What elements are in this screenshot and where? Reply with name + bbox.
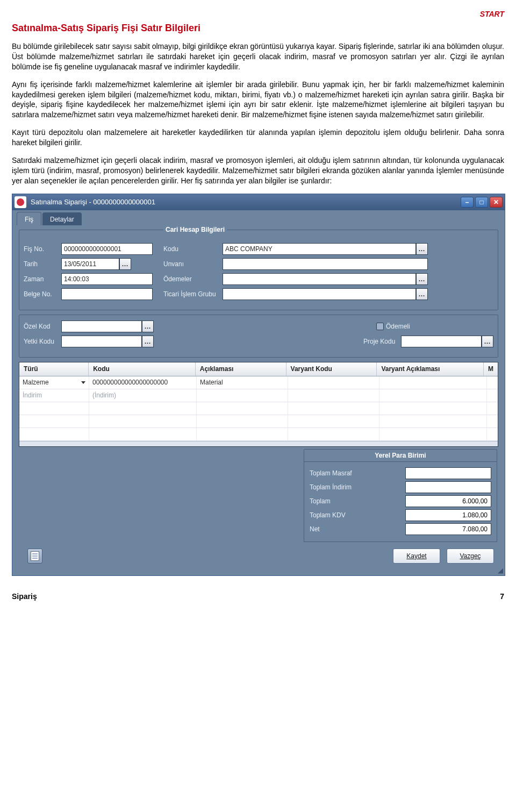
paragraph-4: Satırdaki malzeme/hizmet için geçerli ol… [12, 155, 504, 186]
label-toplam-indirim: Toplam İndirim [310, 483, 379, 491]
input-proje-kodu[interactable] [401, 336, 482, 347]
col-aciklamasi[interactable]: Açıklaması [196, 362, 286, 376]
totals-title: Yerel Para Birimi [304, 449, 497, 461]
input-ticari-islem[interactable] [223, 288, 416, 300]
cell-kodu[interactable]: 000000000000000000000 [89, 376, 197, 389]
grid-row[interactable]: Malzeme 000000000000000000000 Material [19, 376, 498, 389]
value-toplam-kdv[interactable] [405, 509, 491, 521]
line-items-grid[interactable]: Türü Kodu Açıklaması Varyant Kodu Varyan… [19, 362, 498, 447]
value-toplam[interactable] [405, 495, 491, 507]
label-odemeli: Ödemeli [386, 323, 429, 330]
input-yetki-kodu[interactable] [61, 336, 142, 347]
lookup-tarih[interactable]: ... [119, 258, 131, 270]
maximize-button[interactable]: □ [475, 197, 488, 208]
label-fis-no: Fiş No. [24, 245, 61, 253]
resize-handle-icon[interactable]: ◢ [15, 569, 503, 572]
tab-detaylar[interactable]: Detaylar [42, 212, 82, 225]
label-proje-kodu: Proje Kodu [363, 338, 401, 345]
label-yetki-kodu: Yetki Kodu [24, 338, 61, 345]
label-odemeler: Ödemeler [163, 275, 223, 283]
grid-row-empty[interactable] [19, 415, 498, 428]
brand-text: START [12, 10, 504, 18]
lookup-ticari-islem[interactable]: ... [416, 288, 428, 300]
app-icon [15, 196, 26, 208]
label-unvani: Unvanı [163, 260, 223, 268]
label-ozel-kod: Özel Kod [24, 323, 61, 330]
grid-row[interactable]: İndirim (İndirim) [19, 389, 498, 402]
titlebar: Satınalma Siparişi - 0000000000000001 – … [12, 194, 505, 210]
app-window: Satınalma Siparişi - 0000000000000001 – … [12, 194, 505, 576]
paragraph-3: Kayıt türü depozitolu olan malzemelere a… [12, 127, 504, 148]
lookup-odemeler[interactable]: ... [416, 273, 428, 285]
paragraph-2: Aynı fiş içerisinde farklı malzeme/hizme… [12, 80, 504, 120]
label-tarih: Tarih [24, 260, 61, 268]
checkbox-odemeli[interactable] [376, 323, 384, 330]
save-button[interactable]: Kaydet [393, 549, 440, 564]
label-belge-no: Belge No. [24, 290, 61, 298]
label-toplam: Toplam [310, 497, 379, 505]
value-toplam-indirim[interactable] [405, 481, 491, 493]
close-button[interactable]: ✕ [490, 197, 503, 208]
col-varyant-aciklamasi[interactable]: Varyant Açıklaması [377, 362, 484, 376]
value-net[interactable] [405, 523, 491, 535]
label-toplam-kdv: Toplam KDV [310, 511, 379, 519]
tab-fis[interactable]: Fiş [17, 212, 41, 225]
cell-varyant-kodu[interactable] [288, 376, 379, 389]
input-zaman[interactable] [61, 273, 153, 285]
cell-aciklamasi[interactable]: Material [197, 376, 288, 389]
dropdown-icon[interactable] [81, 381, 85, 384]
lookup-proje-kodu[interactable]: ... [482, 336, 493, 347]
col-varyant-kodu[interactable]: Varyant Kodu [286, 362, 377, 376]
input-cari-kodu[interactable] [223, 243, 416, 255]
paragraph-1: Bu bölümde girilebilecek satır sayısı sa… [12, 41, 504, 72]
input-fis-no[interactable] [61, 243, 153, 255]
input-unvani[interactable] [223, 258, 428, 270]
cancel-button[interactable]: Vazgeç [447, 549, 494, 564]
window-title: Satınalma Siparişi - 0000000000000001 [31, 198, 461, 206]
cell-kodu: (İndirim) [89, 389, 197, 402]
footer-page-number: 7 [500, 592, 504, 601]
group-title-cari: Cari Hesap Bilgileri [163, 226, 227, 233]
grid-row-empty[interactable] [19, 402, 498, 415]
label-ticari-islem: Ticari İşlem Grubu [163, 290, 223, 298]
notes-icon[interactable] [27, 549, 42, 564]
minimize-button[interactable]: – [461, 197, 474, 208]
col-kodu[interactable]: Kodu [89, 362, 196, 376]
grid-row-empty[interactable] [19, 428, 498, 441]
label-zaman: Zaman [24, 275, 61, 283]
cell-turu: Malzeme [23, 379, 49, 386]
label-toplam-masraf: Toplam Masraf [310, 469, 379, 477]
lookup-ozel-kod[interactable]: ... [142, 320, 154, 332]
grid-header: Türü Kodu Açıklaması Varyant Kodu Varyan… [19, 362, 498, 376]
input-belge-no[interactable] [61, 288, 153, 300]
cell-turu: İndirim [19, 389, 89, 402]
cell-varyant-acik[interactable] [379, 376, 487, 389]
input-odemeler[interactable] [223, 273, 416, 285]
footer-left: Sipariş [12, 592, 37, 601]
label-net: Net [310, 525, 379, 533]
input-tarih[interactable] [61, 258, 119, 270]
lookup-cari-kodu[interactable]: ... [416, 243, 428, 255]
lookup-yetki-kodu[interactable]: ... [142, 336, 154, 347]
value-toplam-masraf[interactable] [405, 467, 491, 479]
col-turu[interactable]: Türü [19, 362, 89, 376]
input-ozel-kod[interactable] [61, 320, 142, 332]
label-kodu: Kodu [163, 245, 223, 253]
section-title: Satınalma-Satış Sipariş Fişi Satır Bilgi… [12, 23, 504, 34]
col-more[interactable]: M [484, 362, 498, 376]
grid-scrollbar[interactable] [19, 441, 498, 446]
